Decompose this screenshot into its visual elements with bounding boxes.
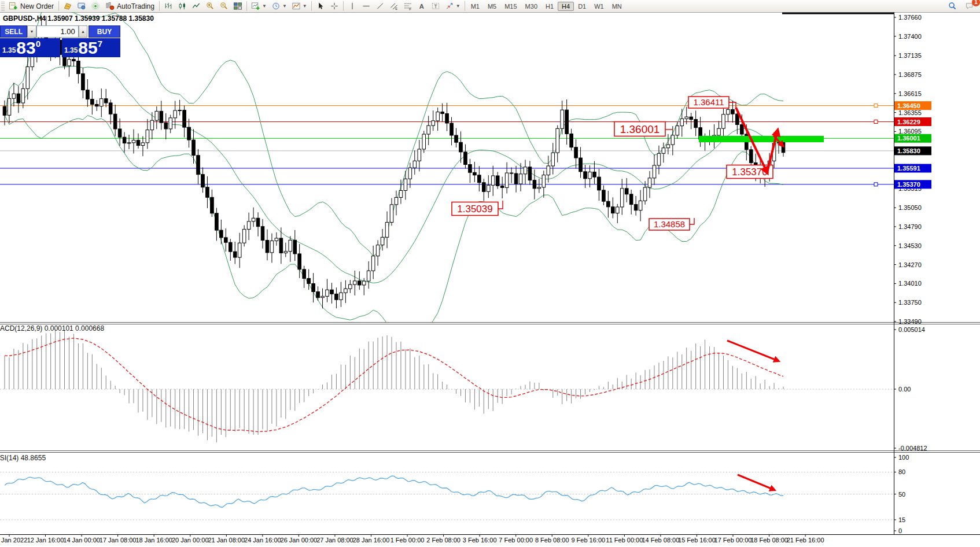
search-icon	[948, 2, 957, 10]
svg-text:14 Jan 00:00: 14 Jan 00:00	[63, 537, 100, 544]
zoom-out-button[interactable]	[217, 1, 231, 12]
line-chart-icon	[191, 2, 201, 10]
svg-text:11 Feb 00:00: 11 Feb 00:00	[606, 537, 643, 544]
timeframe-m5[interactable]: M5	[484, 2, 500, 11]
svg-text:1.34858: 1.34858	[654, 219, 685, 229]
separator	[343, 1, 344, 11]
new-order-button[interactable]: New Order	[6, 1, 57, 12]
timeframe-clock-button[interactable]: ▼	[269, 1, 289, 12]
crosshair-tool-button[interactable]	[327, 1, 341, 12]
svg-text:100: 100	[898, 454, 909, 461]
text-label-icon: T	[431, 2, 440, 10]
autotrading-icon	[105, 2, 115, 10]
volume-increase-button[interactable]: ▲	[79, 25, 87, 38]
timeframe-m1[interactable]: M1	[467, 2, 484, 11]
volume-decrease-button[interactable]: ▼	[27, 25, 36, 38]
svg-text:1.36411: 1.36411	[693, 97, 724, 107]
terminal-button[interactable]	[75, 1, 89, 12]
autotrading-label: AutoTrading	[117, 2, 154, 10]
svg-text:18 Feb 08:00: 18 Feb 08:00	[750, 537, 788, 544]
text-tool-button[interactable]: A	[415, 1, 429, 12]
autotrading-button[interactable]: AutoTrading	[102, 1, 157, 12]
sell-price-display[interactable]: 1.35 83 0	[0, 38, 60, 57]
svg-text:1.34010: 1.34010	[898, 280, 922, 287]
new-order-label: New Order	[20, 2, 54, 10]
candlestick-chart-button[interactable]	[175, 1, 189, 12]
rsi-indicator-label: RSI(14) 48.8655	[0, 454, 46, 462]
volume-input[interactable]: 1.00	[36, 25, 79, 38]
notifications-button[interactable]: 1	[963, 1, 977, 12]
timeframe-m15[interactable]: M15	[500, 2, 521, 11]
svg-text:7 Feb 00:00: 7 Feb 00:00	[499, 537, 533, 544]
bar-chart-button[interactable]	[161, 1, 175, 12]
one-click-trade-panel: SELL ▼ 1.00 ▲ BUY 1.35 83 0 1.35 85 7	[0, 25, 120, 57]
timeframe-w1[interactable]: W1	[590, 2, 608, 11]
svg-text:18 Jan 16:00: 18 Jan 16:00	[135, 537, 172, 544]
arrows-tool-button[interactable]: ▼	[443, 1, 463, 12]
svg-text:1.36001: 1.36001	[620, 123, 660, 135]
trendline-icon	[375, 2, 385, 10]
clock-icon	[271, 2, 281, 10]
svg-text:1 Feb 00:00: 1 Feb 00:00	[390, 537, 425, 544]
new-chart-button[interactable]: ▼	[249, 1, 269, 12]
new-chart-icon	[251, 2, 260, 10]
dropdown-caret: ▼	[262, 3, 267, 9]
fibonacci-tool-button[interactable]: F	[401, 1, 415, 12]
chart-area[interactable]: 1.364111.360011.353701.350391.348581.376…	[0, 12, 980, 547]
text-label-tool-button[interactable]: T	[429, 1, 443, 12]
buy-price-big: 85	[78, 39, 97, 57]
sell-button[interactable]: SELL	[0, 25, 27, 38]
buy-button[interactable]: BUY	[89, 25, 120, 38]
zoom-in-icon	[205, 2, 215, 10]
svg-text:1.36450: 1.36450	[897, 102, 920, 109]
svg-text:1.37135: 1.37135	[898, 52, 922, 59]
tile-windows-button[interactable]	[231, 1, 245, 12]
trading-app-window: New Order	[0, 0, 980, 547]
svg-text:1.34270: 1.34270	[898, 261, 922, 268]
svg-text:A: A	[419, 3, 424, 10]
svg-text:28 Jan 16:00: 28 Jan 16:00	[353, 537, 390, 544]
svg-text:24 Jan 16:00: 24 Jan 16:00	[244, 537, 281, 544]
sell-price-prefix: 1.35	[2, 46, 16, 54]
vertical-line-icon	[348, 2, 357, 10]
vertical-line-tool-button[interactable]	[345, 1, 359, 12]
timeframe-h4[interactable]: H4	[558, 2, 574, 11]
svg-text:1.36615: 1.36615	[898, 90, 922, 97]
svg-text:1.35830: 1.35830	[897, 147, 920, 154]
zoom-in-button[interactable]	[203, 1, 217, 12]
metaeditor-button[interactable]	[61, 1, 75, 12]
svg-text:3 Feb 16:00: 3 Feb 16:00	[463, 537, 497, 544]
line-chart-button[interactable]	[189, 1, 203, 12]
signals-button[interactable]	[89, 1, 102, 12]
svg-text:1.37660: 1.37660	[898, 14, 922, 21]
trendline-tool-button[interactable]	[373, 1, 387, 12]
text-icon: A	[417, 2, 426, 10]
svg-text:1.34790: 1.34790	[898, 223, 922, 230]
timeframe-mn[interactable]: MN	[608, 2, 626, 11]
cursor-icon	[316, 2, 325, 10]
toolbar-grip[interactable]	[1, 2, 5, 11]
horizontal-line-tool-button[interactable]	[359, 1, 373, 12]
svg-text:20 Jan 00:00: 20 Jan 00:00	[172, 537, 209, 544]
svg-text:1.35039: 1.35039	[457, 204, 492, 215]
search-button[interactable]	[945, 1, 959, 12]
svg-text:15: 15	[898, 516, 905, 523]
svg-text:0: 0	[898, 527, 902, 534]
svg-text:50: 50	[898, 491, 905, 498]
timeframe-d1[interactable]: D1	[574, 2, 590, 11]
svg-text:26 Jan 00:00: 26 Jan 00:00	[281, 537, 318, 544]
timeframe-m30[interactable]: M30	[521, 2, 541, 11]
buy-price-display[interactable]: 1.35 85 7	[62, 38, 120, 57]
svg-text:9 Feb 16:00: 9 Feb 16:00	[571, 537, 605, 544]
cursor-tool-button[interactable]	[314, 1, 327, 12]
dropdown-caret: ▼	[303, 3, 307, 9]
svg-text:-0.004812: -0.004812	[898, 445, 927, 452]
channel-tool-button[interactable]: E	[387, 1, 401, 12]
price-chart-canvas[interactable]: 1.364111.360011.353701.350391.348581.376…	[0, 12, 980, 547]
terminal-icon	[77, 2, 86, 10]
indicators-button[interactable]: ▼	[289, 1, 310, 12]
svg-text:1.36095: 1.36095	[898, 128, 922, 135]
separator	[465, 1, 465, 11]
svg-text:0.005014: 0.005014	[898, 326, 925, 333]
timeframe-h1[interactable]: H1	[541, 2, 558, 11]
